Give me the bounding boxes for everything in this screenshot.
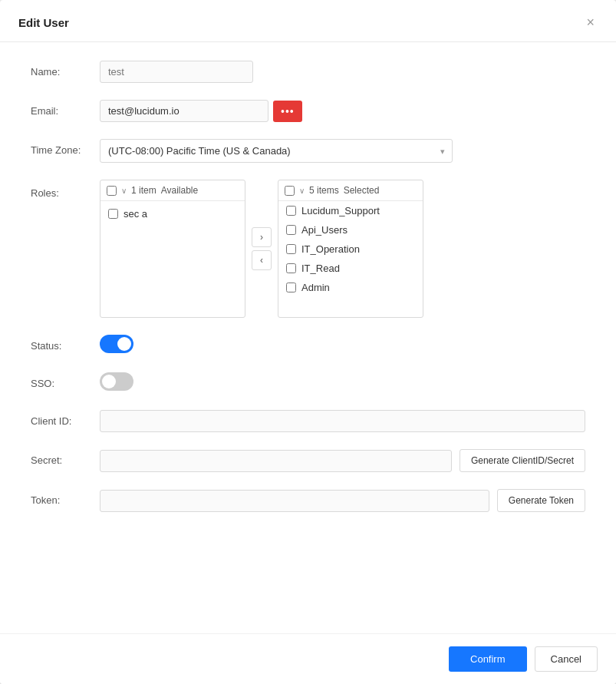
confirm-button[interactable]: Confirm	[449, 646, 527, 672]
sso-control	[100, 372, 585, 393]
sso-row: SSO:	[31, 372, 585, 393]
available-select-all-checkbox[interactable]	[107, 186, 117, 196]
toggle-slider	[100, 372, 133, 391]
dialog-footer: Confirm Cancel	[0, 633, 616, 684]
available-item-label: sec a	[124, 208, 147, 220]
move-right-button[interactable]: ›	[252, 227, 272, 247]
selected-list-header: ∨ 5 items Selected	[278, 180, 423, 201]
email-row: Email: •••	[31, 100, 585, 122]
available-list-box: ∨ 1 item Available sec a	[100, 180, 245, 318]
cancel-button[interactable]: Cancel	[535, 646, 598, 672]
selected-item-checkbox[interactable]	[286, 263, 296, 273]
selected-item-checkbox[interactable]	[286, 225, 296, 235]
name-input[interactable]	[100, 61, 253, 83]
generate-secret-button[interactable]: Generate ClientID/Secret	[460, 449, 585, 472]
timezone-row: Time Zone: (UTC-08:00) Pacific Time (US …	[31, 139, 585, 163]
timezone-label: Time Zone:	[31, 139, 100, 156]
name-row: Name:	[31, 61, 585, 83]
list-item: IT_Read	[278, 259, 423, 278]
list-item: sec a	[100, 204, 245, 223]
dialog-header: Edit User ×	[0, 0, 616, 42]
token-label: Token:	[31, 489, 100, 506]
name-control	[100, 61, 585, 83]
status-toggle[interactable]	[100, 335, 133, 353]
token-input-group: Generate Token	[100, 489, 585, 512]
client-id-input[interactable]	[100, 410, 585, 432]
secret-control: Generate ClientID/Secret	[100, 449, 585, 472]
available-list-header: ∨ 1 item Available	[100, 180, 245, 201]
roles-row: Roles: ∨ 1 item Available	[31, 180, 585, 318]
timezone-select-wrapper: (UTC-08:00) Pacific Time (US & Canada) ▾	[100, 139, 453, 163]
edit-user-dialog: Edit User × Name: Email: •••	[0, 0, 616, 684]
token-control: Generate Token	[100, 489, 585, 512]
status-control	[100, 335, 585, 355]
email-input[interactable]	[100, 100, 268, 122]
email-label: Email:	[31, 100, 100, 117]
secret-row: Secret: Generate ClientID/Secret	[31, 449, 585, 472]
selected-item-label: Admin	[301, 282, 330, 293]
list-item: Api_Users	[278, 220, 423, 240]
timezone-select[interactable]: (UTC-08:00) Pacific Time (US & Canada)	[100, 139, 453, 163]
token-row: Token: Generate Token	[31, 489, 585, 512]
toggle-slider	[100, 335, 133, 353]
available-count: 1 item	[131, 185, 156, 196]
move-left-button[interactable]: ‹	[252, 250, 272, 270]
sso-toggle[interactable]	[100, 372, 133, 391]
secret-input-group: Generate ClientID/Secret	[100, 449, 585, 472]
roles-dual-list: ∨ 1 item Available sec a	[100, 180, 585, 318]
email-control: •••	[100, 100, 585, 122]
dialog-title: Edit User	[18, 16, 69, 29]
client-id-control	[100, 410, 585, 432]
list-item: IT_Operation	[278, 240, 423, 259]
available-list-body: sec a	[100, 201, 245, 226]
client-id-label: Client ID:	[31, 410, 100, 427]
selected-item-label: Lucidum_Support	[301, 205, 380, 216]
chevron-icon: ∨	[299, 187, 305, 195]
secret-input[interactable]	[100, 450, 452, 472]
email-dots-button[interactable]: •••	[273, 101, 302, 122]
generate-token-button[interactable]: Generate Token	[497, 489, 585, 512]
roles-transfer-arrows: › ‹	[252, 227, 272, 270]
status-label: Status:	[31, 335, 100, 352]
close-button[interactable]: ×	[583, 14, 598, 31]
selected-count: 5 items	[309, 185, 339, 196]
selected-list-box: ∨ 5 items Selected Lucidum_Support	[278, 180, 423, 318]
email-input-group: •••	[100, 100, 585, 122]
dialog-body: Name: Email: ••• Time Zone:	[0, 42, 616, 547]
selected-list-body: Lucidum_Support Api_Users IT_Operation	[278, 201, 423, 297]
available-label: Available	[161, 185, 198, 196]
available-item-checkbox[interactable]	[108, 209, 118, 219]
chevron-icon: ∨	[121, 187, 127, 195]
selected-item-label: IT_Operation	[301, 243, 360, 255]
email-input-wrap	[100, 100, 268, 122]
list-item: Lucidum_Support	[278, 201, 423, 220]
selected-item-checkbox[interactable]	[286, 244, 296, 254]
selected-label: Selected	[344, 185, 380, 196]
selected-item-checkbox[interactable]	[286, 283, 296, 292]
selected-select-all-checkbox[interactable]	[285, 186, 295, 196]
token-input[interactable]	[100, 490, 489, 512]
name-label: Name:	[31, 61, 100, 78]
roles-label: Roles:	[31, 180, 100, 199]
list-item: Admin	[278, 278, 423, 297]
secret-label: Secret:	[31, 449, 100, 466]
timezone-control: (UTC-08:00) Pacific Time (US & Canada) ▾	[100, 139, 585, 163]
sso-label: SSO:	[31, 372, 100, 389]
selected-item-label: Api_Users	[301, 224, 348, 236]
roles-control: ∨ 1 item Available sec a	[100, 180, 585, 318]
selected-item-label: IT_Read	[301, 263, 340, 274]
status-row: Status:	[31, 335, 585, 355]
selected-item-checkbox[interactable]	[286, 206, 296, 216]
client-id-row: Client ID:	[31, 410, 585, 432]
